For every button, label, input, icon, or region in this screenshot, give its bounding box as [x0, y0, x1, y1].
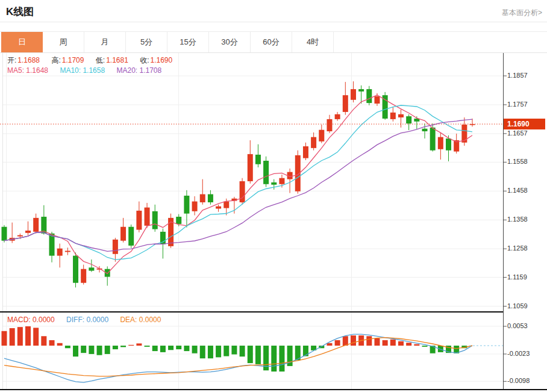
high-value: 1.1709	[62, 56, 84, 64]
price-axis-label: 1.1657	[507, 129, 528, 137]
dea-value-legend: DEA: 0.0000	[120, 316, 161, 324]
ma20-legend: MA20: 1.1708	[116, 66, 161, 75]
open-value: 1.1688	[17, 56, 40, 64]
macd-axis-label: 0.0053	[507, 322, 528, 329]
ma-legend: MA5: 1.1648 MA10: 1.1658 MA20: 1.1708	[7, 66, 161, 75]
ma5-legend: MA5: 1.1648	[7, 66, 48, 75]
macd-axis-label: -0.0098	[507, 377, 530, 384]
price-axis-label: 1.1159	[507, 273, 527, 281]
current-price-tag: 1.1690	[504, 119, 545, 129]
macd-axis-label: -0.0023	[507, 350, 530, 357]
price-axis-label: 1.1059	[507, 302, 528, 310]
price-axis-label: 1.1358	[507, 216, 528, 223]
close-value: 1.1690	[151, 56, 173, 64]
close-label: 收:	[140, 56, 149, 64]
open-label: 开:	[7, 56, 16, 64]
price-axis-label: 1.1558	[507, 158, 528, 165]
macd-legend: MACD: 0.0000 DIFF: 0.0000 DEA: 0.0000	[7, 316, 161, 324]
low-label: 低:	[96, 56, 105, 64]
ohlc-legend: 开:1.1688 高:1.1709 低:1.1681 收:1.1690	[7, 55, 182, 66]
macd-value-legend: MACD: 0.0000	[7, 316, 55, 324]
kline-page: K线图 基本面分析> 日周月5分15分30分60分4时 开:1.1688 高:1…	[0, 0, 547, 392]
low-value: 1.1681	[106, 56, 128, 64]
price-axis-label: 1.1258	[507, 244, 528, 252]
ma10-legend: MA10: 1.1658	[60, 66, 105, 75]
price-axis-label: 1.1458	[507, 187, 528, 194]
price-axis-label: 1.1857	[507, 72, 528, 79]
diff-value-legend: DIFF: 0.0000	[66, 316, 108, 324]
price-axis-label: 1.1757	[507, 101, 528, 108]
high-label: 高:	[51, 56, 60, 64]
